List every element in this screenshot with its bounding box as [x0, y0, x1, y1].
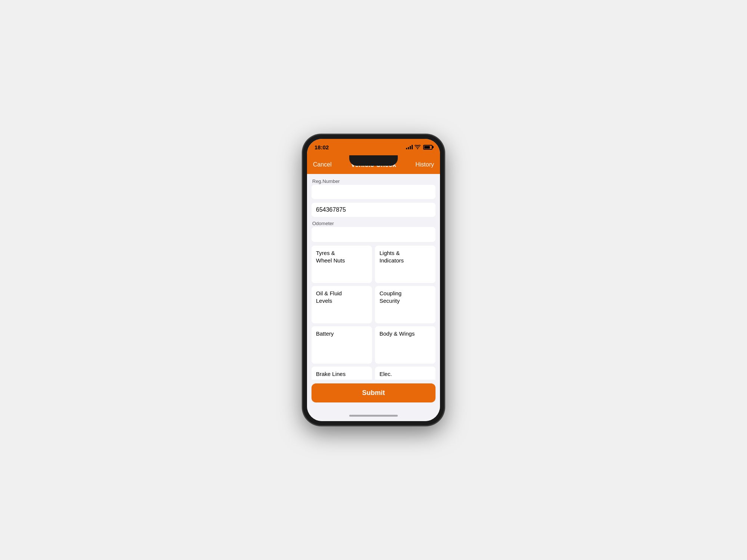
reg-number-group: Reg.Number: [311, 178, 436, 199]
check-item-coupling-label: CouplingSecurity: [379, 290, 431, 304]
content-area: Reg.Number Odometer: [307, 174, 440, 380]
odometer-label: Odometer: [311, 221, 436, 226]
check-item-oil[interactable]: Oil & FluidLevels: [311, 286, 372, 323]
notch: [349, 155, 398, 166]
check-item-lights[interactable]: Lights &Indicators: [375, 246, 436, 283]
battery-icon: [423, 145, 433, 150]
phone-shell: 18:02: [303, 134, 444, 426]
check-item-brake[interactable]: Brake Lines: [311, 367, 372, 380]
odometer-input[interactable]: [311, 227, 436, 242]
home-indicator: [307, 410, 440, 421]
status-time: 18:02: [314, 144, 329, 150]
reg-number-value-group: [311, 203, 436, 217]
submit-bar: Submit: [307, 380, 440, 410]
wifi-icon: [415, 145, 421, 149]
home-bar: [349, 415, 398, 417]
check-item-tyres[interactable]: Tyres &Wheel Nuts: [311, 246, 372, 283]
status-icons: [406, 145, 433, 150]
check-item-lights-label: Lights &Indicators: [379, 249, 431, 264]
phone-wrapper: 18:02: [303, 134, 444, 426]
svg-point-0: [417, 148, 418, 149]
check-item-body-label: Body & Wings: [379, 330, 431, 337]
signal-bars-icon: [406, 145, 413, 149]
phone-screen: 18:02: [307, 139, 440, 421]
cancel-button[interactable]: Cancel: [313, 161, 332, 168]
check-item-battery-label: Battery: [316, 330, 368, 337]
check-items-grid: Tyres &Wheel Nuts Lights &Indicators Oil…: [311, 246, 436, 380]
status-bar: 18:02: [307, 139, 440, 155]
check-item-body[interactable]: Body & Wings: [375, 326, 436, 364]
reg-number-value-input[interactable]: [311, 203, 436, 217]
scene: 18:02: [0, 0, 747, 560]
check-item-coupling[interactable]: CouplingSecurity: [375, 286, 436, 323]
check-item-battery[interactable]: Battery: [311, 326, 372, 364]
submit-button[interactable]: Submit: [311, 383, 436, 402]
odometer-group: Odometer: [311, 221, 436, 242]
reg-number-input[interactable]: [311, 185, 436, 199]
check-item-elec[interactable]: Elec.Conn...: [375, 367, 436, 380]
check-item-tyres-label: Tyres &Wheel Nuts: [316, 249, 368, 264]
check-item-elec-label: Elec.Conn...: [379, 370, 431, 380]
check-item-oil-label: Oil & FluidLevels: [316, 290, 368, 304]
reg-number-label: Reg.Number: [311, 178, 436, 184]
history-button[interactable]: History: [415, 161, 434, 168]
check-item-brake-label: Brake Lines: [316, 370, 368, 378]
